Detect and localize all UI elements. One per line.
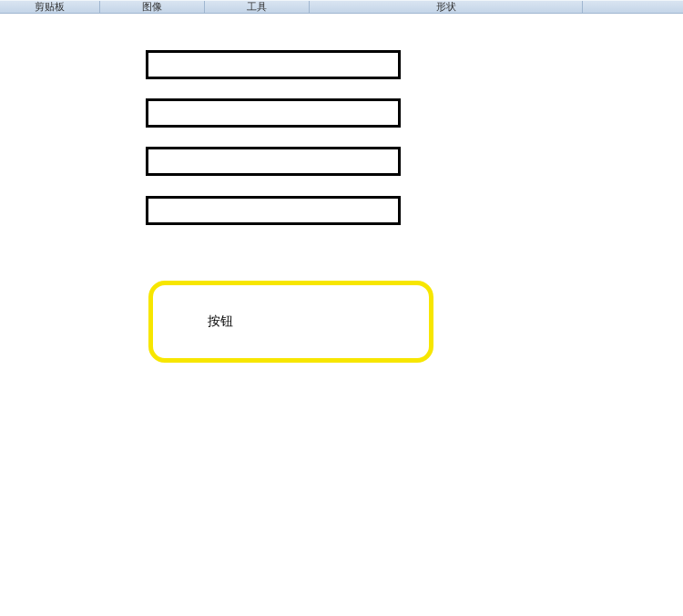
ribbon-group-tools[interactable]: 工具	[205, 1, 310, 13]
input-box-4[interactable]	[146, 196, 401, 225]
ribbon-label-clipboard: 剪贴板	[35, 0, 65, 14]
input-box-1[interactable]	[146, 50, 401, 79]
canvas-area[interactable]: 按钮	[0, 14, 683, 616]
ribbon-label-tools: 工具	[247, 0, 267, 14]
ribbon-label-image: 图像	[142, 0, 162, 14]
button-label: 按钮	[208, 313, 233, 330]
ribbon-group-image[interactable]: 图像	[100, 1, 205, 13]
ribbon-bar: 剪贴板 图像 工具 形状	[0, 0, 683, 14]
input-box-3[interactable]	[146, 147, 401, 176]
input-box-2[interactable]	[146, 98, 401, 128]
ribbon-group-shapes[interactable]: 形状	[310, 1, 583, 13]
ribbon-group-clipboard[interactable]: 剪贴板	[0, 1, 100, 13]
ribbon-label-shapes: 形状	[436, 0, 456, 14]
button-box[interactable]: 按钮	[148, 281, 433, 363]
